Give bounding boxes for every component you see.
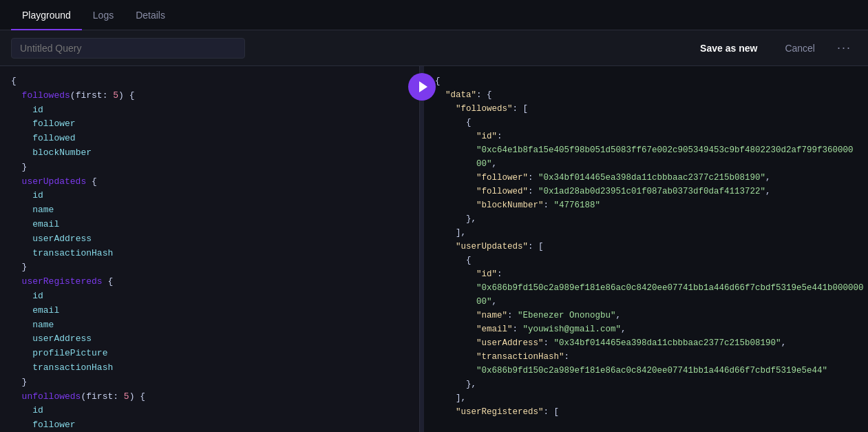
json-line: "userRegistereds": [ (435, 405, 857, 419)
code-line: unfolloweds(first: 5) { (11, 390, 408, 404)
code-line: transactionHash (11, 361, 408, 376)
save-as-new-button[interactable]: Save as new (689, 39, 768, 58)
toolbar-actions: Save as new Cancel ··· (689, 38, 857, 58)
code-line: follower (11, 117, 408, 132)
code-line: id (11, 289, 408, 304)
json-line: "blockNumber": "4776188" (435, 198, 857, 212)
code-line: } (11, 161, 408, 175)
json-line: }, (435, 378, 857, 391)
toolbar: Save as new Cancel ··· (0, 30, 868, 66)
tab-playground[interactable]: Playground (11, 0, 82, 30)
code-line: id (11, 189, 408, 203)
run-button[interactable] (408, 73, 436, 101)
code-line: name (11, 318, 408, 333)
tab-logs[interactable]: Logs (82, 0, 125, 30)
more-options-button[interactable]: ··· (832, 38, 857, 58)
json-line: "0x686b9fd150c2a989ef181e86ac0c8420ee077… (435, 364, 857, 378)
json-line: "id": (435, 267, 857, 281)
tab-details[interactable]: Details (125, 0, 176, 30)
query-name-input[interactable] (11, 38, 245, 59)
json-line: { (435, 74, 857, 88)
code-line: profilePicture (11, 347, 408, 361)
code-line: followed (11, 132, 408, 146)
json-line: ], (435, 391, 857, 405)
main-content: { followeds(first: 5) { id follower foll… (0, 66, 868, 432)
code-line: userRegistereds { (11, 275, 408, 289)
code-line: } (11, 260, 408, 275)
json-line: 00", (435, 295, 857, 309)
json-line: { (435, 116, 857, 130)
json-line: "email": "youwish@gmail.com", (435, 322, 857, 336)
json-line: 00", (435, 157, 857, 171)
json-line: "id": (435, 130, 857, 143)
code-line: email (11, 304, 408, 318)
json-line: "data": { (435, 88, 857, 102)
json-line: "name": "Ebenezer Ononogbu", (435, 309, 857, 322)
code-line: name (11, 203, 408, 218)
code-line: } (11, 376, 408, 390)
json-line: "0x686b9fd150c2a989ef181e86ac0c8420ee077… (435, 281, 857, 295)
json-line: "followed": "0x1ad28ab0d23951c01f087ab03… (435, 185, 857, 198)
code-line: transactionHash (11, 247, 408, 261)
code-line: blockNumber (11, 146, 408, 161)
json-line: "followeds": [ (435, 102, 857, 116)
code-line: followeds(first: 5) { (11, 89, 408, 103)
json-line: "transactionHash": (435, 350, 857, 364)
run-icon (419, 81, 427, 92)
json-line: { (435, 254, 857, 267)
code-line: id (11, 103, 408, 118)
json-line: "follower": "0x34bf014465ea398da11cbbbaa… (435, 171, 857, 185)
query-editor-panel: { followeds(first: 5) { id follower foll… (0, 66, 420, 432)
json-line: ], (435, 226, 857, 240)
code-line: userAddress (11, 332, 408, 347)
json-line: }, (435, 212, 857, 226)
top-nav: Playground Logs Details (0, 0, 868, 30)
code-line: { (11, 74, 408, 89)
code-line: email (11, 218, 408, 232)
code-line: follower (11, 418, 408, 432)
code-line: userAddress (11, 232, 408, 247)
json-line: "0xc64e1b8fa15e405f98b051d5083ff67e002c9… (435, 143, 857, 157)
json-line: "userUpdateds": [ (435, 240, 857, 254)
cancel-button[interactable]: Cancel (774, 39, 826, 58)
code-line: id (11, 404, 408, 418)
results-panel: { "data": { "followeds": [ { "id": "0xc6… (424, 66, 868, 432)
json-line: "userAddress": "0x34bf014465ea398da11cbb… (435, 336, 857, 350)
code-line: userUpdateds { (11, 175, 408, 189)
